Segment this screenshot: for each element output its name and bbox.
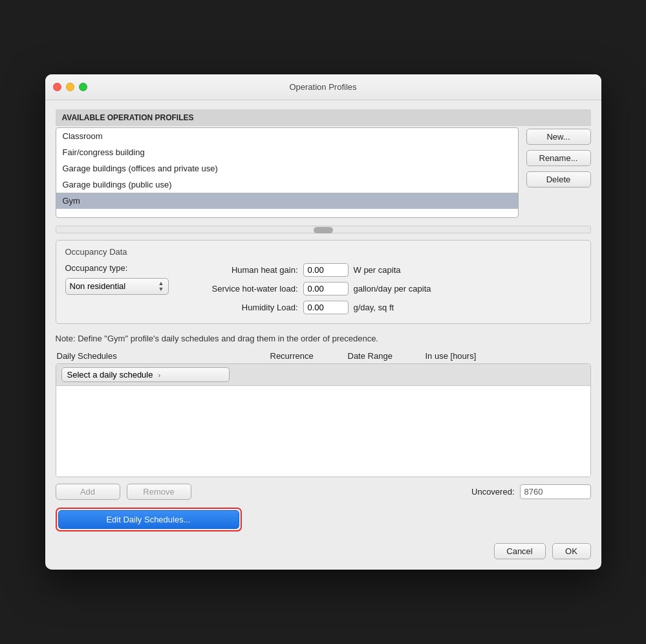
ok-button[interactable]: OK [552,543,591,559]
daily-schedule-dropdown[interactable]: Select a daily schedule › [61,367,230,382]
occupancy-type-label: Occupancy type: [65,263,169,273]
edit-schedules-highlight: Edit Daily Schedules... [56,508,242,531]
delete-button[interactable]: Delete [526,171,591,188]
add-button[interactable]: Add [56,484,120,500]
close-button[interactable] [53,83,61,91]
schedule-top-row: Select a daily schedule › [56,364,590,386]
occupancy-right: Human heat gain: W per capita Service ho… [182,263,581,314]
profile-list[interactable]: Classroom Fair/congress building Garage … [56,127,519,218]
col-in-use: In use [hours] [425,351,510,361]
daily-schedule-dropdown-label: Select a daily schedule [67,370,153,380]
remove-button[interactable]: Remove [127,484,191,500]
uncovered-group: Uncovered: [471,484,590,499]
occupancy-section: Occupancy Data Occupancy type: Non resid… [56,240,591,324]
schedule-bottom-row: Add Remove Uncovered: [56,484,591,500]
service-hot-water-unit: gallon/day per capita [354,284,431,294]
maximize-button[interactable] [79,83,87,91]
profile-list-area: Classroom Fair/congress building Garage … [56,127,591,218]
humidity-load-row: Humidity Load: g/day, sq ft [182,301,581,314]
content-area: AVAILABLE OPERATION PROFILES Classroom F… [45,100,601,570]
titlebar: Operation Profiles [45,74,601,100]
profile-item-gym[interactable]: Gym [56,193,518,209]
minimize-button[interactable] [66,83,74,91]
occupancy-type-select[interactable]: Non residential ▲ ▼ [65,278,169,295]
note-text: Note: Define "Gym" profile's daily sched… [56,333,591,345]
select-arrows-icon: ▲ ▼ [158,281,164,292]
rename-button[interactable]: Rename... [526,150,591,166]
service-hot-water-input[interactable] [303,282,349,295]
profile-item-fair[interactable]: Fair/congress building [56,144,518,160]
humidity-load-input[interactable] [303,301,349,314]
occupancy-title: Occupancy Data [65,247,581,257]
human-heat-gain-label: Human heat gain: [182,265,298,275]
profile-item-garage-public[interactable]: Garage buildings (public use) [56,177,518,193]
dropdown-arrow-icon: › [158,371,160,379]
main-window: Operation Profiles AVAILABLE OPERATION P… [45,74,601,570]
service-hot-water-row: Service hot-water load: gallon/day per c… [182,282,581,295]
profile-item-garage-offices[interactable]: Garage buildings (offices and private us… [56,160,518,177]
occupancy-type-value: Non residential [70,281,126,291]
human-heat-gain-row: Human heat gain: W per capita [182,263,581,277]
humidity-load-unit: g/day, sq ft [354,303,394,312]
schedule-header-row: Daily Schedules Recurrence Date Range In… [56,351,591,361]
cancel-button[interactable]: Cancel [494,543,546,559]
human-heat-gain-input[interactable] [303,263,349,277]
occupancy-left: Occupancy type: Non residential ▲ ▼ [65,263,169,295]
schedule-body [56,386,590,477]
edit-daily-schedules-button[interactable]: Edit Daily Schedules... [58,510,239,529]
uncovered-label: Uncovered: [471,487,514,497]
profile-buttons: New... Rename... Delete [526,127,591,218]
profile-item-classroom[interactable]: Classroom [56,128,518,144]
col-recurrence: Recurrence [270,351,348,361]
profile-list-scrollbar[interactable] [56,226,591,233]
scrollbar-thumb [314,227,333,233]
uncovered-input[interactable] [520,484,591,499]
col-date-range: Date Range [348,351,425,361]
col-daily-schedules: Daily Schedules [57,351,270,361]
human-heat-gain-unit: W per capita [354,265,401,275]
service-hot-water-label: Service hot-water load: [182,284,298,294]
humidity-load-label: Humidity Load: [182,303,298,312]
bottom-buttons: Cancel OK [56,541,591,559]
schedule-area: Select a daily schedule › [56,363,591,477]
traffic-lights [53,83,87,91]
occupancy-row: Occupancy type: Non residential ▲ ▼ Huma… [65,263,581,314]
window-title: Operation Profiles [289,82,356,92]
profiles-section-header: AVAILABLE OPERATION PROFILES [56,109,591,126]
new-button[interactable]: New... [526,129,591,145]
